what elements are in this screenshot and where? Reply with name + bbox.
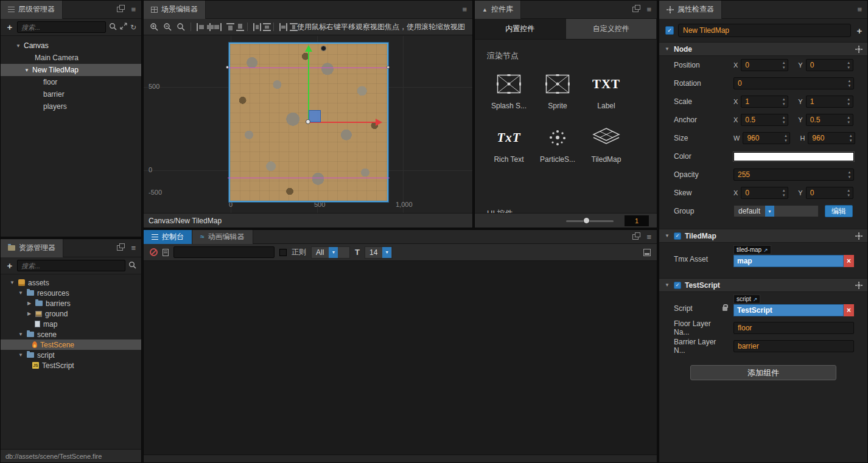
tree-item-canvas[interactable]: ▼ Canvas — [1, 40, 141, 52]
tab-assets[interactable]: 资源管理器 — [1, 239, 63, 257]
rotation-input[interactable]: 0▲▼ — [733, 77, 854, 89]
clear-console-icon[interactable] — [150, 248, 158, 256]
gear-icon[interactable] — [855, 46, 863, 53]
zoom-in-icon[interactable] — [150, 23, 158, 31]
asset-item-testscene[interactable]: TestScene — [1, 339, 141, 350]
tab-scene-editor[interactable]: 场景编辑器 — [144, 1, 206, 19]
asset-item-assets[interactable]: ▼ assets — [1, 277, 141, 288]
gear-icon[interactable] — [855, 232, 863, 240]
align-bottom-icon[interactable] — [236, 23, 242, 32]
tree-item-main-camera[interactable]: Main Camera — [1, 52, 141, 64]
collapse-panel-icon[interactable] — [643, 249, 651, 256]
panel-menu-icon[interactable]: ≡ — [857, 5, 862, 14]
stretch-v-icon[interactable] — [289, 23, 295, 32]
position-x-input[interactable]: 0▲▼ — [741, 59, 788, 71]
font-size-select[interactable]: 14 ▼ — [365, 246, 393, 259]
asset-item-resources[interactable]: ▼ resources — [1, 288, 141, 298]
gizmo-y-arrowhead[interactable] — [305, 45, 312, 52]
collapse-arrow-icon[interactable]: ▼ — [18, 332, 24, 337]
align-right-icon[interactable] — [216, 23, 222, 32]
collapse-arrow-icon[interactable]: ▼ — [664, 46, 670, 52]
gizmo-x-arrowhead[interactable] — [376, 119, 382, 126]
zoom-out-icon[interactable] — [163, 23, 172, 31]
group-select[interactable]: default ▼ — [733, 205, 819, 217]
add-node-icon[interactable]: + — [855, 26, 864, 36]
remove-asset-icon[interactable]: × — [844, 255, 854, 267]
tmx-asset-field[interactable]: map × — [733, 255, 854, 267]
scene-viewport[interactable]: 500 0 -500 0 500 1,000 — [144, 36, 472, 213]
asset-item-testscript[interactable]: TestScript — [1, 360, 141, 371]
size-w-input[interactable]: 960▲▼ — [743, 132, 790, 144]
bounds-handle[interactable] — [226, 66, 229, 69]
bounds-handle[interactable] — [387, 66, 390, 69]
align-top-icon[interactable] — [226, 23, 232, 32]
tiledmap-section-header[interactable]: ▼ ✓ TiledMap — [659, 229, 867, 243]
number-stepper[interactable]: ▲▼ — [781, 97, 786, 106]
tab-custom-widgets[interactable]: 自定义控件 — [566, 19, 657, 39]
asset-item-barriers[interactable]: ▶ barriers — [1, 298, 141, 308]
float-panel-icon[interactable] — [632, 234, 639, 240]
gizmo-rotation-handle[interactable] — [321, 46, 326, 51]
tab-widget-library[interactable]: ▲ 控件库 — [475, 1, 521, 19]
floor-layer-input[interactable] — [733, 322, 854, 334]
number-stepper[interactable]: ▲▼ — [781, 189, 786, 197]
collapse-arrow-icon[interactable]: ▼ — [9, 280, 15, 285]
panel-menu-icon[interactable]: ≡ — [462, 5, 467, 14]
number-stepper[interactable]: ▲▼ — [846, 116, 852, 124]
align-left-icon[interactable] — [196, 23, 202, 32]
opacity-input[interactable]: 255▲▼ — [733, 169, 854, 181]
anchor-y-input[interactable]: 0.5▲▼ — [806, 114, 853, 126]
tab-animation-editor[interactable]: ≈ 动画编辑器 — [192, 230, 253, 244]
script-asset-field[interactable]: TestScript × — [733, 304, 854, 316]
widget-sprite[interactable]: Sprite — [533, 70, 582, 110]
zoom-value[interactable]: 1 — [625, 215, 649, 226]
asset-item-ground[interactable]: ▶ ground — [1, 308, 141, 319]
refresh-icon[interactable]: ↻ — [130, 23, 136, 32]
collapse-arrow-icon[interactable]: ▼ — [24, 68, 30, 73]
expand-arrow-icon[interactable]: ▶ — [26, 301, 32, 306]
float-panel-icon[interactable] — [632, 7, 639, 12]
barrier-layer-input[interactable] — [733, 340, 854, 352]
tab-inspector[interactable]: 属性检查器 — [659, 1, 722, 19]
node-name-input[interactable] — [678, 24, 851, 37]
create-node-button[interactable]: + — [5, 22, 14, 32]
create-asset-button[interactable]: + — [5, 260, 14, 271]
breadcrumb[interactable]: Canvas/New TiledMap — [149, 217, 222, 225]
asset-item-map[interactable]: map — [1, 319, 141, 329]
expand-arrow-icon[interactable]: ▶ — [26, 311, 32, 316]
collapse-arrow-icon[interactable]: ▼ — [18, 290, 24, 296]
zoom-slider-handle[interactable] — [583, 217, 590, 224]
skew-x-input[interactable]: 0▲▼ — [741, 187, 788, 199]
collapse-arrow-icon[interactable]: ▼ — [664, 282, 670, 288]
float-panel-icon[interactable] — [117, 245, 123, 251]
tab-console[interactable]: 控制台 — [144, 230, 192, 244]
tab-builtin-widgets[interactable]: 内置控件 — [475, 19, 566, 39]
hierarchy-search-input[interactable] — [17, 21, 106, 33]
panel-menu-icon[interactable]: ≡ — [646, 232, 651, 242]
color-swatch[interactable] — [733, 152, 854, 161]
log-level-select[interactable]: All ▼ — [311, 246, 350, 259]
asset-item-script[interactable]: ▼ script — [1, 350, 141, 360]
add-component-button[interactable]: 添加组件 — [690, 365, 836, 380]
widget-splash-sprite[interactable]: Splash S... — [485, 70, 533, 110]
zoom-reset-icon[interactable] — [177, 23, 185, 31]
open-log-icon[interactable] — [163, 249, 169, 256]
position-y-input[interactable]: 0▲▼ — [806, 59, 853, 71]
tree-item-barrier[interactable]: barrier — [1, 88, 141, 100]
size-h-input[interactable]: 960▲▼ — [808, 132, 855, 144]
widget-tiledmap[interactable]: TiledMap — [582, 124, 631, 164]
search-icon[interactable] — [128, 261, 136, 271]
distribute-v-icon[interactable] — [262, 23, 268, 32]
testscript-section-header[interactable]: ▼ ✓ TestScript — [659, 278, 867, 292]
number-stepper[interactable]: ▲▼ — [781, 116, 786, 124]
node-active-checkbox[interactable]: ✓ — [665, 26, 674, 35]
tiledmap-enabled-checkbox[interactable]: ✓ — [674, 232, 681, 240]
collapse-arrow-icon[interactable]: ▼ — [15, 43, 21, 49]
tree-item-players[interactable]: players — [1, 100, 141, 113]
search-icon[interactable] — [109, 23, 117, 32]
collapse-arrow-icon[interactable]: ▼ — [18, 352, 24, 358]
widget-particlesystem[interactable]: ParticleS... — [533, 124, 582, 164]
widget-richtext[interactable]: TxT Rich Text — [485, 124, 533, 164]
panel-menu-icon[interactable]: ≡ — [131, 5, 136, 14]
open-asset-icon[interactable]: ↗ — [763, 247, 768, 253]
